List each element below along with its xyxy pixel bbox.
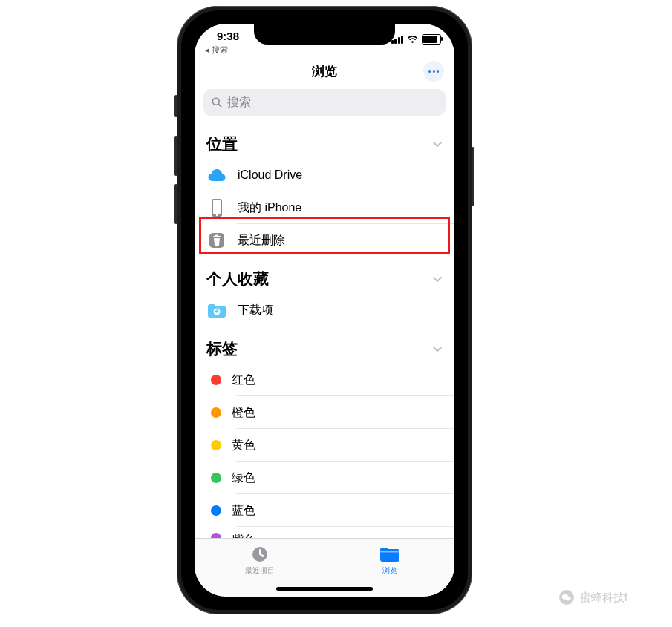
svg-rect-3 <box>213 200 221 214</box>
more-options-button[interactable] <box>423 61 444 82</box>
phone-frame: 9:38 ◂ 搜索 浏览 <box>177 6 472 614</box>
tab-label: 最近项目 <box>245 565 275 576</box>
tag-color-icon <box>211 407 221 418</box>
location-item-icloud-drive[interactable]: iCloud Drive <box>195 159 454 191</box>
section-header-favorites[interactable]: 个人收藏 <box>195 257 454 294</box>
battery-icon <box>422 34 441 45</box>
row-label: 蓝色 <box>232 503 255 519</box>
tab-bar: 最近项目 浏览 <box>195 538 454 597</box>
svg-point-4 <box>216 214 218 216</box>
home-indicator[interactable] <box>276 587 373 591</box>
tab-label: 浏览 <box>382 565 397 576</box>
wifi-icon <box>407 35 418 44</box>
svg-line-1 <box>218 104 221 106</box>
search-icon <box>211 96 223 108</box>
location-item-my-iphone[interactable]: 我的 iPhone <box>195 191 454 224</box>
volume-down-button <box>174 184 177 224</box>
svg-rect-7 <box>215 235 218 237</box>
location-item-recently-deleted[interactable]: 最近删除 <box>195 224 454 257</box>
chevron-down-icon <box>432 344 443 354</box>
search-placeholder: 搜索 <box>227 95 251 111</box>
volume-up-button <box>174 136 177 176</box>
tag-item-blue[interactable]: 蓝色 <box>195 494 454 527</box>
row-label: 红色 <box>232 372 255 388</box>
row-label: 绿色 <box>232 470 255 486</box>
tag-item-green[interactable]: 绿色 <box>195 462 454 494</box>
row-label: iCloud Drive <box>238 168 302 182</box>
watermark: 蜜蜂科技f <box>559 590 627 605</box>
clock-icon <box>250 545 270 564</box>
row-label: 下载项 <box>238 303 273 318</box>
row-label: 黄色 <box>232 438 255 453</box>
tag-color-icon <box>211 473 221 483</box>
notch <box>254 24 395 45</box>
return-to-app[interactable]: ◂ 搜索 <box>205 45 228 56</box>
power-button <box>472 147 474 206</box>
page-title: 浏览 <box>312 63 337 80</box>
nav-header: 浏览 <box>195 56 454 86</box>
watermark-text: 蜜蜂科技f <box>580 591 627 605</box>
screen: 9:38 ◂ 搜索 浏览 <box>195 24 454 597</box>
svg-point-12 <box>565 596 570 600</box>
row-label: 最近删除 <box>238 233 285 249</box>
search-input[interactable]: 搜索 <box>203 89 446 116</box>
cloud-icon <box>206 165 227 186</box>
tag-color-icon <box>211 505 221 516</box>
folder-download-icon <box>206 300 227 321</box>
tag-item-yellow[interactable]: 黄色 <box>195 429 454 462</box>
tag-color-icon <box>211 375 221 385</box>
section-header-tags[interactable]: 标签 <box>195 326 454 364</box>
trash-icon <box>206 230 227 251</box>
browse-content: 位置 iCloud Drive 我的 iPhone <box>195 122 454 549</box>
mute-switch <box>174 95 177 117</box>
section-header-locations[interactable]: 位置 <box>195 122 454 159</box>
status-time: 9:38 <box>217 30 239 42</box>
tag-item-red[interactable]: 红色 <box>195 364 454 396</box>
section-title: 位置 <box>206 134 238 154</box>
chevron-down-icon <box>432 139 443 149</box>
section-title: 个人收藏 <box>206 269 269 289</box>
tag-color-icon <box>211 440 221 450</box>
iphone-icon <box>206 197 227 218</box>
wechat-icon <box>559 590 574 605</box>
svg-rect-10 <box>380 551 399 553</box>
chevron-down-icon <box>432 274 443 284</box>
tag-item-orange[interactable]: 橙色 <box>195 396 454 429</box>
folder-icon <box>379 545 401 564</box>
row-label: 橙色 <box>232 405 255 421</box>
row-label: 我的 iPhone <box>238 200 301 216</box>
favorite-item-downloads[interactable]: 下载项 <box>195 294 454 326</box>
section-title: 标签 <box>206 338 238 359</box>
